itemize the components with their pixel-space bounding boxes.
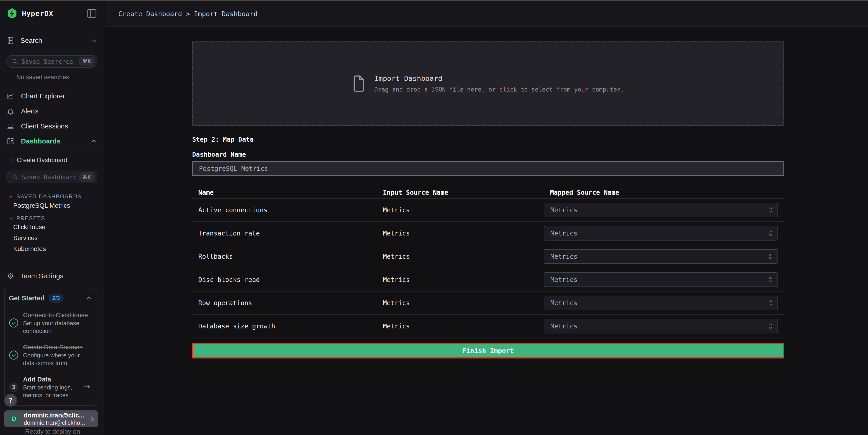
chevron-up-icon <box>91 139 97 143</box>
team-settings-button[interactable]: ⚙ Team Settings <box>0 269 104 283</box>
table-header-row: Name Input Source Name Mapped Source Nam… <box>192 187 784 199</box>
saved-dashboards-searchbox[interactable]: ⌘K <box>6 171 97 183</box>
breadcrumb: Create Dashboard > Import Dashboard <box>118 10 257 18</box>
app-title: HyperDX <box>22 9 53 18</box>
mapped-source-select[interactable]: Metrics <box>544 296 778 310</box>
mapped-source-select[interactable]: Metrics <box>544 203 778 217</box>
column-header-input-source: Input Source Name <box>377 189 536 196</box>
table-row: Row operations Metrics Metrics <box>192 292 784 315</box>
sidebar-divider <box>0 150 104 151</box>
check-circle-icon <box>9 350 19 360</box>
select-chevrons-icon <box>768 300 773 306</box>
saved-dashboards-input[interactable] <box>22 173 76 180</box>
user-menu[interactable]: D dominic.tran@clic... dominic.tran@clic… <box>4 410 98 427</box>
get-started-title: Get Started <box>9 295 44 302</box>
kbd-shortcut-badge: ⌘K <box>79 57 95 66</box>
sidebar-item-alerts[interactable]: Alerts <box>0 104 104 119</box>
table-row: Active connections Metrics Metrics <box>192 199 784 222</box>
select-chevrons-icon <box>768 253 773 260</box>
task-title: Connect to ClickHouse <box>23 311 92 319</box>
user-email: dominic.tran@clickho... <box>24 419 87 426</box>
gear-icon: ⚙ <box>7 272 14 280</box>
get-started-item-add-data[interactable]: 3 Add Data Start sending logs, metrics, … <box>9 375 92 399</box>
mapping-table: Name Input Source Name Mapped Source Nam… <box>192 187 784 338</box>
mapped-source-select[interactable]: Metrics <box>544 272 778 287</box>
input-source-name: Metrics <box>377 276 536 283</box>
avatar: D <box>8 413 20 425</box>
file-dropzone[interactable]: Import Dashboard Drag and drop a JSON fi… <box>192 41 784 126</box>
get-started-card: Get Started 2/3 Connect to ClickHouse Se… <box>4 288 96 406</box>
table-row: Database size growth Metrics Metrics <box>192 315 784 338</box>
input-source-name: Metrics <box>377 299 536 307</box>
chevron-down-icon <box>8 216 13 220</box>
bell-icon <box>7 107 14 115</box>
search-icon <box>12 174 18 180</box>
sidebar-item-label: Alerts <box>21 107 38 115</box>
file-icon <box>352 75 365 92</box>
preset-clickhouse[interactable]: ClickHouse <box>0 222 104 233</box>
hyperdx-logo-icon <box>7 8 17 19</box>
select-chevrons-icon <box>768 207 773 213</box>
saved-searches-searchbox[interactable]: ⌘K <box>6 55 97 68</box>
presets-section-header[interactable]: PRESETS <box>8 215 104 222</box>
user-display-name: dominic.tran@clic... <box>24 411 87 419</box>
sidebar-collapse-icon[interactable] <box>86 9 97 18</box>
topbar: Create Dashboard > Import Dashboard <box>104 1 868 27</box>
table-row: Transaction rate Metrics Metrics <box>192 222 784 245</box>
input-source-name: Metrics <box>377 230 536 237</box>
task-subtitle: Configure where your data comes from <box>23 352 92 367</box>
mapped-source-select[interactable]: Metrics <box>544 319 778 333</box>
saved-searches-input[interactable] <box>22 58 76 65</box>
section-header-label: PRESETS <box>17 215 45 222</box>
sidebar-item-chart-explorer[interactable]: Chart Explorer <box>0 89 104 104</box>
sidebar-item-label: Client Sessions <box>21 122 68 130</box>
search-icon <box>12 58 18 65</box>
search-section-label: Search <box>21 37 42 44</box>
sidebar-nav: Chart Explorer Alerts Client Sessions <box>0 89 104 149</box>
get-started-item-connect[interactable]: Connect to ClickHouse Set up your databa… <box>9 311 92 335</box>
column-header-name: Name <box>192 189 377 196</box>
input-source-name: Metrics <box>377 323 536 330</box>
create-dashboard-label: Create Dashboard <box>17 157 67 164</box>
input-source-name: Metrics <box>377 253 536 260</box>
preset-kubernetes[interactable]: Kubernetes <box>0 243 104 255</box>
window-top-strip <box>0 0 868 1</box>
mapped-source-select[interactable]: Metrics <box>544 249 778 264</box>
finish-import-button[interactable]: Finish Import <box>192 343 784 359</box>
get-started-item-data-sources[interactable]: Create Data Sources Configure where your… <box>9 343 92 367</box>
task-title: Create Data Sources <box>23 343 92 352</box>
select-chevrons-icon <box>768 276 773 283</box>
saved-dashboards-section-header[interactable]: SAVED DASHBOARDS <box>8 193 104 200</box>
get-started-header[interactable]: Get Started 2/3 <box>9 294 92 303</box>
laptop-icon <box>7 123 14 130</box>
dashboard-name-label: Dashboard Name <box>192 151 246 158</box>
hidden-task-text: Ready to deploy on ClickHouse Cloud? <box>25 427 100 435</box>
chart-name: Row operations <box>192 299 377 307</box>
team-settings-label: Team Settings <box>20 272 63 280</box>
create-dashboard-button[interactable]: + Create Dashboard <box>0 153 104 167</box>
step-number-badge: 3 <box>9 382 19 392</box>
kbd-shortcut-badge: ⌘K <box>79 172 95 182</box>
sidebar-item-dashboards[interactable]: Dashboards <box>0 134 104 149</box>
chevron-right-icon: › <box>90 414 94 424</box>
chart-icon <box>7 93 14 100</box>
saved-dashboard-postgresql-metrics[interactable]: PostgreSQL Metrics <box>0 200 104 211</box>
plus-icon: + <box>9 156 13 164</box>
chevron-up-icon <box>91 38 97 42</box>
progress-badge: 2/3 <box>49 294 63 303</box>
check-circle-icon <box>9 318 19 328</box>
sidebar-item-label: Dashboards <box>21 137 60 145</box>
select-chevrons-icon <box>768 323 773 330</box>
dashboard-name-input[interactable] <box>192 161 784 176</box>
preset-services[interactable]: Services <box>0 233 104 243</box>
mapped-source-select[interactable]: Metrics <box>544 226 778 240</box>
section-header-label: SAVED DASHBOARDS <box>17 193 82 200</box>
chart-name: Rollbacks <box>192 253 377 260</box>
chevron-down-icon <box>8 195 13 198</box>
sidebar-item-client-sessions[interactable]: Client Sessions <box>0 119 104 134</box>
no-saved-searches-text: No saved searches <box>0 74 104 81</box>
help-button[interactable]: ? <box>4 394 17 407</box>
chart-name: Database size growth <box>192 323 377 330</box>
search-section-header[interactable]: Search <box>0 33 104 48</box>
logo-row: HyperDX <box>0 1 104 26</box>
